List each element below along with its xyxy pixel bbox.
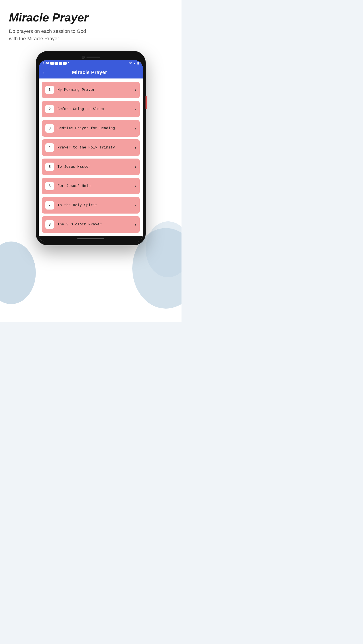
status-square-4 <box>63 62 67 64</box>
side-button <box>145 96 147 109</box>
header-title: Miracle Prayer <box>47 70 132 75</box>
signal-icon: ▲ <box>133 62 136 65</box>
prayer-name-1: My Morning Prayer <box>57 88 135 92</box>
prayer-name-2: Before Going to Sleep <box>57 107 135 111</box>
battery-icon: ▮ <box>137 62 139 65</box>
prayer-number-7: 7 <box>45 201 54 210</box>
status-square-2 <box>54 62 58 64</box>
speaker <box>86 56 100 58</box>
prayer-item-4[interactable]: 4Prayer to the Holy Trinity› <box>42 139 140 156</box>
phone-screen: 3:46 3G ▲ ▮ <box>39 60 143 242</box>
prayer-list: 1My Morning Prayer›2Before Going to Slee… <box>39 78 143 236</box>
prayer-name-3: Bedtime Prayer for Heading <box>57 126 135 130</box>
phone-top-bar <box>39 54 143 60</box>
prayer-number-8: 8 <box>45 220 54 229</box>
phone-mockup: 3:46 3G ▲ ▮ <box>36 51 145 245</box>
status-right: 3G ▲ ▮ <box>129 62 139 65</box>
chevron-icon-8: › <box>135 222 136 227</box>
page-subtitle: Do prayers on each session to Godwith th… <box>9 28 173 42</box>
chevron-icon-5: › <box>135 164 136 169</box>
chevron-icon-7: › <box>135 203 136 208</box>
back-button[interactable]: ‹ <box>43 70 44 75</box>
status-dot <box>68 62 69 63</box>
prayer-name-7: To the Holy Spirit <box>57 203 135 207</box>
status-time: 3:46 <box>43 62 49 65</box>
page-title: Miracle Prayer <box>9 11 173 24</box>
home-bar <box>77 238 104 239</box>
prayer-number-5: 5 <box>45 162 54 171</box>
home-indicator <box>39 236 143 242</box>
prayer-number-1: 1 <box>45 86 54 94</box>
prayer-item-1[interactable]: 1My Morning Prayer› <box>42 82 140 98</box>
prayer-name-8: The 3 O'clock Prayer <box>57 222 135 226</box>
status-square-3 <box>59 62 62 64</box>
chevron-icon-4: › <box>135 145 136 150</box>
prayer-item-6[interactable]: 6For Jesus' Help› <box>42 178 140 194</box>
status-icons <box>50 62 69 64</box>
camera-icon <box>82 56 85 59</box>
prayer-item-3[interactable]: 3Bedtime Prayer for Heading› <box>42 120 140 137</box>
prayer-item-7[interactable]: 7To the Holy Spirit› <box>42 197 140 214</box>
prayer-name-5: To Jesus Master <box>57 165 135 169</box>
status-square-1 <box>50 62 54 64</box>
network-label: 3G <box>129 62 132 65</box>
chevron-icon-6: › <box>135 184 136 188</box>
prayer-item-2[interactable]: 2Before Going to Sleep› <box>42 101 140 118</box>
prayer-number-6: 6 <box>45 182 54 190</box>
chevron-icon-2: › <box>135 107 136 112</box>
prayer-item-8[interactable]: 8The 3 O'clock Prayer› <box>42 216 140 233</box>
app-header: ‹ Miracle Prayer <box>39 66 143 78</box>
prayer-name-4: Prayer to the Holy Trinity <box>57 146 135 150</box>
prayer-number-2: 2 <box>45 105 54 113</box>
prayer-name-6: For Jesus' Help <box>57 184 135 188</box>
chevron-icon-3: › <box>135 126 136 131</box>
prayer-item-5[interactable]: 5To Jesus Master› <box>42 158 140 175</box>
prayer-number-3: 3 <box>45 124 54 132</box>
prayer-number-4: 4 <box>45 143 54 152</box>
chevron-icon-1: › <box>135 88 136 92</box>
status-bar: 3:46 3G ▲ ▮ <box>39 60 143 66</box>
status-left: 3:46 <box>43 62 69 65</box>
